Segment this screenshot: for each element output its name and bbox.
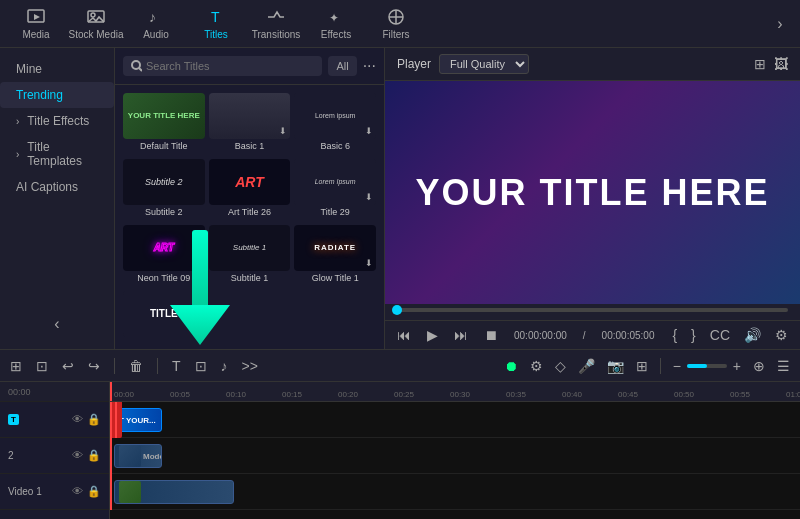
sidebar-item-trending[interactable]: Trending [0,82,114,108]
play-button[interactable]: ▶ [423,325,442,345]
card-partial-label [123,337,205,343]
title-card-partial[interactable]: TITLE [123,291,205,343]
sidebar-item-mine[interactable]: Mine [0,56,114,82]
trim-in-button[interactable]: { [668,325,681,345]
tl-undo-btn[interactable]: ↩ [60,356,76,376]
title-card-art26[interactable]: ART Art Title 26 [209,159,291,221]
title-card-neon09[interactable]: ART ⬇ Neon Title 09 [123,225,205,287]
track-v2-eye-icon[interactable]: 👁 [72,449,83,462]
tl-addtrack-btn[interactable]: ⊕ [751,356,767,376]
sidebar-titletemplates-label: Title Templates [27,140,98,168]
skip-next-button[interactable]: ⏭ [450,325,472,345]
tl-splitscreen-btn[interactable]: ⊞ [634,356,650,376]
track-row-v2: Mode... [110,438,800,474]
download-icon-5: ⬇ [365,258,373,268]
title-card-subtitle1[interactable]: Subtitle 1 Subtitle 1 [209,225,291,287]
toolbar-transitions[interactable]: Transitions [248,3,304,45]
svg-point-8 [132,61,140,69]
more-options-button[interactable]: ··· [363,57,376,75]
subtitle-button[interactable]: CC [706,325,734,345]
sidebar-titleeffects-label: Title Effects [27,114,89,128]
sidebar-item-ai-captions[interactable]: AI Captions [0,174,114,200]
fullscreen-icon[interactable]: ⊞ [754,56,766,72]
title-card-subtitle2[interactable]: Subtitle 2 Subtitle 2 [123,159,205,221]
card-art26-label: Art Title 26 [209,205,291,221]
card-neon09-label: Neon Title 09 [123,271,205,287]
track-v1-label: Video 1 [8,486,42,497]
toolbar-audio[interactable]: ♪ Audio [128,3,184,45]
ruler-60: 01:00 [786,382,800,401]
tl-delete-btn[interactable]: 🗑 [127,356,145,376]
title-card-basic6[interactable]: Lorem ipsum ⬇ Basic 6 [294,93,376,155]
clip-v2[interactable]: Mode... [114,444,162,468]
tl-separator-2 [157,358,158,374]
svg-point-3 [91,13,95,17]
toolbar-stock[interactable]: Stock Media [68,3,124,45]
tl-zoom-in-btn[interactable]: + [731,356,743,376]
sidebar-collapse-btn[interactable]: ‹ [54,315,59,333]
title-card-basic1[interactable]: ⬇ Basic 1 [209,93,291,155]
zoom-slider[interactable] [687,364,727,368]
progress-bar[interactable] [397,308,788,312]
timeline-main: 00:00 00:05 00:10 00:15 00:20 00:25 00:3… [110,382,800,519]
tl-grid-btn[interactable]: ⊞ [8,356,24,376]
track-v1-eye-icon[interactable]: 👁 [72,485,83,498]
tl-text-btn[interactable]: T [170,356,183,376]
tl-crop-btn[interactable]: ⊡ [193,356,209,376]
toolbar-titles[interactable]: T Titles [188,3,244,45]
tl-redo-btn[interactable]: ↪ [86,356,102,376]
stop-button[interactable]: ⏹ [480,325,502,345]
title-card-glow1[interactable]: RADIATE ⬇ Glow Title 1 [294,225,376,287]
track-label-v2: 2 👁 🔒 [0,438,109,474]
track-eye-icon[interactable]: 👁 [72,413,83,426]
tl-more-btn[interactable]: >> [240,356,260,376]
card-subtitle1-text: Subtitle 1 [233,243,266,252]
toolbar-media[interactable]: Media [8,3,64,45]
quality-select[interactable]: Full Quality 1/2 Quality 1/4 Quality [439,54,529,74]
clip-v1-thumb [119,481,141,503]
screenshot-icon[interactable]: 🖼 [774,56,788,72]
tl-zoom-out-btn[interactable]: − [671,356,683,376]
card-basic6-text: Lorem ipsum [315,112,355,119]
tl-mic-btn[interactable]: 🎤 [576,356,597,376]
svg-marker-1 [34,14,40,20]
toolbar-effects-label: Effects [321,29,351,40]
track-lock-icon[interactable]: 🔒 [87,413,101,426]
tl-marker-btn[interactable]: ◇ [553,356,568,376]
tl-magnet-btn[interactable]: ⊡ [34,356,50,376]
volume-button[interactable]: 🔊 [740,325,765,345]
tl-camera-btn[interactable]: 📷 [605,356,626,376]
tl-list-btn[interactable]: ☰ [775,356,792,376]
timeline-ruler-label-row: 00:00 [0,382,109,402]
filter-button[interactable]: All [328,56,356,76]
tl-audio-btn[interactable]: ♪ [219,356,230,376]
card-glow1-label: Glow Title 1 [294,271,376,287]
download-icon-1: ⬇ [279,126,287,136]
track-v1-lock-icon[interactable]: 🔒 [87,485,101,498]
title-card-default[interactable]: YOUR TITLE HERE Default Title [123,93,205,155]
title-card-title29[interactable]: Lorem Ipsum ⬇ Title 29 [294,159,376,221]
tl-record-btn[interactable]: ⏺ [502,356,520,376]
toolbar-effects[interactable]: ✦ Effects [308,3,364,45]
sidebar-item-title-templates[interactable]: › Title Templates [0,134,114,174]
skip-back-button[interactable]: ⏮ [393,325,415,345]
tl-snap-btn[interactable]: ⚙ [528,356,545,376]
svg-text:♪: ♪ [149,9,156,25]
toolbar-more-arrow[interactable]: › [768,12,792,36]
trim-out-button[interactable]: } [687,325,700,345]
card-basic1-label: Basic 1 [209,139,291,155]
download-icon-3: ⬇ [365,192,373,202]
toolbar-filters[interactable]: Filters [368,3,424,45]
search-input-wrap[interactable] [123,56,322,76]
timeline-tracks-label: 00:00 T 👁 🔒 2 👁 🔒 Video 1 [0,382,110,519]
search-input[interactable] [146,60,314,72]
tl-separator-1 [114,358,115,374]
sidebar-item-title-effects[interactable]: › Title Effects [0,108,114,134]
v1-track-icons: 👁 🔒 [72,485,101,498]
track-v2-lock-icon[interactable]: 🔒 [87,449,101,462]
left-sidebar: Mine Trending › Title Effects › Title Te… [0,48,115,349]
clip-v1[interactable] [114,480,234,504]
toolbar-stock-label: Stock Media [68,29,123,40]
card-art-text: ART [235,174,264,190]
settings-button[interactable]: ⚙ [771,325,792,345]
